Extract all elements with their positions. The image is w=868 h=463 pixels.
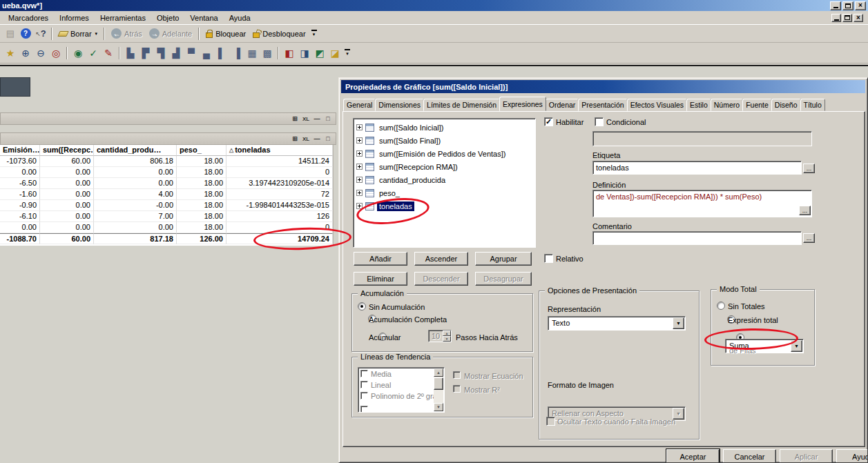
expand-plus-icon[interactable] (356, 137, 363, 144)
align-bottom-left-icon[interactable]: ▙ (123, 46, 138, 60)
spinner-down-icon[interactable]: ▼ (443, 336, 451, 342)
send-to-excel-icon[interactable]: XL (302, 135, 310, 144)
table-cell[interactable]: 0 (226, 167, 333, 178)
unlock-button[interactable]: Desbloquear (249, 27, 309, 41)
tab-general[interactable]: General (343, 99, 376, 111)
table-cell[interactable]: -6.10 (0, 211, 40, 222)
tab-presentacion[interactable]: Presentación (578, 99, 627, 111)
align-top-left-icon[interactable]: ▛ (138, 46, 153, 60)
table-cell[interactable]: 0.00 (40, 222, 94, 233)
ungroup-button[interactable]: Desagrupar (475, 272, 532, 286)
menu-objeto[interactable]: Objeto (151, 12, 184, 24)
conditional-expression-field[interactable] (592, 131, 812, 146)
fast-type-change-icon[interactable]: ⊞ (291, 115, 299, 124)
menu-marcadores[interactable]: Marcadores (3, 12, 54, 24)
mdi-restore-button[interactable] (842, 14, 852, 22)
table-cell[interactable]: 18.00 (177, 222, 226, 233)
table-cell[interactable]: 0.00 (40, 200, 94, 211)
table-cell[interactable]: 0.00 (0, 222, 40, 233)
menu-informes[interactable]: Informes (54, 12, 95, 24)
fast-type-change-icon[interactable]: ⊞ (291, 135, 299, 144)
expression-item[interactable]: sum([Emisión de Pedidos de Ventas]) (356, 147, 508, 160)
column-header[interactable]: Emisión… (0, 145, 40, 156)
send-to-excel-icon[interactable]: XL (302, 115, 310, 124)
trend-list-scrollbar[interactable]: ▲ ▼ (434, 368, 443, 411)
close-button[interactable]: × (855, 1, 866, 10)
table-cell[interactable]: -0.00 (94, 200, 177, 211)
expand-plus-icon[interactable] (356, 124, 363, 130)
context-help-icon[interactable]: ↖? (33, 27, 48, 41)
current-selections-icon[interactable]: ◉ (70, 46, 86, 60)
table-cell[interactable]: 18.00 (177, 167, 226, 178)
align-bottom-icon[interactable]: ▄ (199, 46, 214, 60)
expand-plus-icon[interactable] (356, 150, 363, 157)
table-cell[interactable]: -0.90 (0, 200, 40, 211)
table-cell[interactable]: -6.50 (0, 178, 40, 189)
grid-icon[interactable]: ▦ (244, 46, 260, 60)
lock-button[interactable]: Bloquear (202, 27, 249, 41)
snap-grid-icon[interactable]: ▩ (260, 46, 275, 60)
help-icon[interactable]: ? (18, 27, 33, 41)
checkbox-trend-partial[interactable] (360, 406, 368, 413)
align-bottom-right-icon[interactable]: ▟ (168, 46, 184, 60)
expression-item[interactable]: sum([Saldo Final]) (356, 134, 443, 147)
table-cell[interactable]: 0.00 (94, 167, 177, 178)
demote-button[interactable]: Descender (414, 272, 468, 286)
edit-pencil-icon[interactable]: ✎ (101, 46, 116, 60)
aceptar-button[interactable]: Aceptar (666, 449, 720, 463)
menu-herramientas[interactable]: Herramientas (95, 12, 151, 24)
back-button[interactable]: ← Atrás (108, 27, 146, 41)
expression-item[interactable]: sum([Recepcion RMA]) (356, 160, 460, 173)
bookmark-star-icon[interactable]: ★ (3, 46, 18, 60)
expand-plus-icon[interactable] (356, 164, 363, 170)
table-cell[interactable]: 3.1974423109205e-014 (226, 178, 333, 189)
expression-item[interactable]: sum([Saldo Inicial]) (356, 121, 446, 134)
column-header-toneladas[interactable]: △toneladas (226, 145, 333, 156)
maximize-object-icon[interactable]: □ (324, 135, 332, 144)
maximize-object-icon[interactable]: □ (324, 115, 332, 124)
checkbox-mostrar-r2[interactable] (453, 385, 461, 393)
mdi-minimize-button[interactable] (831, 14, 841, 22)
table-cell[interactable]: 0.00 (40, 189, 94, 200)
tab-expresiones[interactable]: Expresiones (499, 97, 546, 111)
align-left-icon[interactable]: ▌ (214, 46, 229, 60)
ayuda-button[interactable]: Ayuda (836, 449, 868, 463)
definicion-ellipsis-button[interactable]: ... (799, 206, 811, 215)
menu-ayuda[interactable]: Ayuda (224, 12, 256, 24)
tab-limites-de-dimension[interactable]: Límites de Dimensión (423, 99, 500, 111)
table-cell[interactable]: 0.00 (0, 167, 40, 178)
etiqueta-field[interactable]: toneladas (592, 161, 802, 175)
tab-diseno[interactable]: Diseño (771, 99, 801, 111)
checkbox-media[interactable] (360, 370, 368, 377)
chevron-down-icon[interactable]: ▼ (673, 317, 684, 329)
forward-button[interactable]: → Adelante (146, 27, 195, 41)
menu-ventana[interactable]: Ventana (184, 12, 223, 24)
table-cell[interactable]: 0.00 (40, 211, 94, 222)
table-cell[interactable]: 18.00 (177, 156, 226, 167)
table-cell[interactable]: -1073.60 (0, 156, 40, 167)
column-header[interactable]: cantidad_produ… (94, 145, 177, 156)
cancelar-button[interactable]: Cancelar (723, 449, 776, 463)
table-cell[interactable]: -1.9984014443253e-015 (226, 200, 333, 211)
spinner-up-icon[interactable]: ▲ (443, 331, 451, 336)
expand-plus-icon[interactable] (356, 177, 363, 183)
toolbar-overflow-icon[interactable]: ▾ (311, 30, 317, 37)
table-cell[interactable]: 18.00 (177, 211, 226, 222)
table-cell[interactable]: 14511.24 (226, 156, 333, 167)
table-cell[interactable]: 126 (226, 211, 333, 222)
group-button[interactable]: Agrupar (475, 252, 532, 266)
column-header[interactable]: sum([Recepc… (40, 145, 94, 156)
comentario-field[interactable] (592, 231, 802, 245)
tab-ordenar[interactable]: Ordenar (546, 99, 579, 111)
align-right-icon[interactable]: ▐ (229, 46, 244, 60)
table-cell[interactable]: 806.18 (94, 156, 177, 167)
tab-fuente[interactable]: Fuente (742, 99, 772, 111)
checkbox-lineal[interactable] (360, 381, 368, 388)
checkbox-condicional[interactable] (595, 117, 604, 126)
table-cell[interactable]: 0.00 (94, 178, 177, 189)
chevron-down-icon[interactable]: ▼ (791, 340, 802, 352)
minimize-button[interactable] (830, 1, 841, 10)
aplicar-button[interactable]: Aplicar (780, 449, 833, 463)
representacion-combobox[interactable]: Texto ▼ (548, 316, 686, 331)
expression-item[interactable]: peso_ (356, 186, 402, 199)
